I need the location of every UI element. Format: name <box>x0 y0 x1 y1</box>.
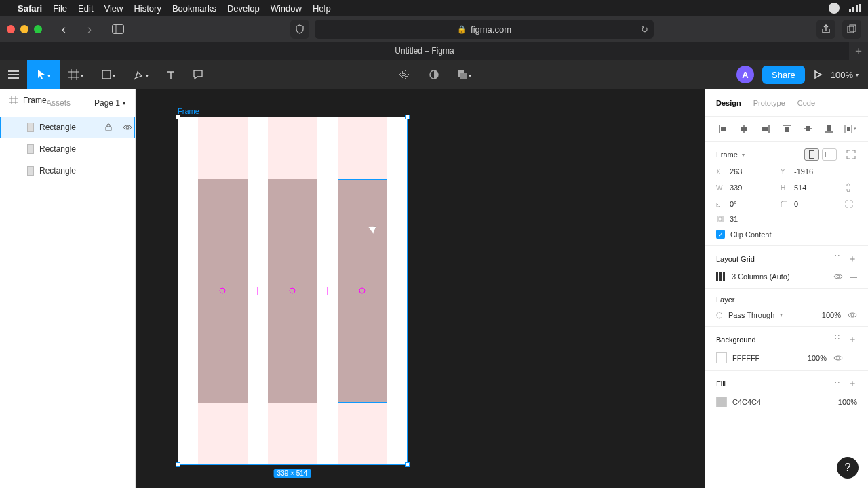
x-input[interactable]: 263 <box>730 167 776 176</box>
align-top-button[interactable] <box>780 122 793 136</box>
mask-tool[interactable] <box>422 63 446 86</box>
resize-handle[interactable] <box>176 462 180 467</box>
orientation-portrait-button[interactable] <box>804 148 819 161</box>
page-selector[interactable]: Page 1 ▾ <box>94 98 125 108</box>
tabs-overview-button[interactable] <box>842 20 861 39</box>
align-vcenter-button[interactable] <box>801 122 814 136</box>
layer-opacity-input[interactable]: 100% <box>822 311 841 319</box>
background-visibility-button[interactable] <box>833 354 843 361</box>
boolean-tool[interactable]: ▾ <box>452 63 475 86</box>
reload-button[interactable]: ↻ <box>641 24 648 35</box>
fill-styles-button[interactable]: ∷ <box>835 378 841 390</box>
blend-mode-select[interactable]: Pass Through <box>728 311 774 319</box>
resize-to-fit-button[interactable] <box>845 148 857 161</box>
frame-name-label[interactable]: Frame <box>178 107 199 115</box>
component-tool[interactable] <box>393 63 416 86</box>
window-close-button[interactable] <box>7 25 15 33</box>
clip-content-checkbox[interactable]: ✓ <box>716 230 725 239</box>
remove-layout-grid-button[interactable]: — <box>850 272 857 281</box>
browser-tab[interactable]: Untitled – Figma <box>0 42 849 60</box>
add-fill-button[interactable]: ＋ <box>848 378 857 390</box>
constrain-proportions-button[interactable] <box>845 182 857 193</box>
user-avatar[interactable]: A <box>736 66 754 83</box>
tab-prototype[interactable]: Prototype <box>753 99 785 107</box>
back-button[interactable]: ‹ <box>54 20 73 39</box>
distribute-button[interactable]: ▾ <box>844 122 857 136</box>
remove-background-button[interactable]: — <box>850 354 857 362</box>
menu-help[interactable]: Help <box>313 3 331 14</box>
present-button[interactable] <box>813 70 823 79</box>
share-button[interactable]: Share <box>762 66 805 84</box>
tab-code[interactable]: Code <box>797 99 815 107</box>
svg-rect-32 <box>827 125 831 131</box>
privacy-report-button[interactable] <box>290 20 309 39</box>
background-hex-input[interactable]: FFFFFF <box>732 354 760 362</box>
menu-bookmarks[interactable]: Bookmarks <box>172 3 216 14</box>
add-background-button[interactable]: ＋ <box>848 333 857 346</box>
rotation-input[interactable]: 0° <box>730 200 776 208</box>
menu-history[interactable]: History <box>134 3 161 14</box>
resize-handle[interactable] <box>176 115 180 119</box>
background-swatch[interactable] <box>716 352 727 363</box>
pen-tool[interactable]: ▾ <box>125 60 157 89</box>
move-tool[interactable]: ▾ <box>27 60 60 89</box>
align-hcenter-button[interactable] <box>737 122 751 136</box>
menu-view[interactable]: View <box>104 3 123 14</box>
layer-rectangle-1[interactable]: Rectangle <box>0 117 135 138</box>
window-controls <box>7 25 42 33</box>
lock-icon[interactable] <box>105 123 117 131</box>
help-button[interactable]: ? <box>837 457 859 479</box>
sidebar-toggle-button[interactable] <box>108 20 127 39</box>
zoom-menu[interactable]: 100% ▾ <box>831 70 859 80</box>
menu-edit[interactable]: Edit <box>78 3 93 14</box>
background-styles-button[interactable]: ∷ <box>835 333 841 346</box>
menu-file[interactable]: File <box>53 3 67 14</box>
orientation-landscape-button[interactable] <box>822 148 837 161</box>
y-input[interactable]: -1916 <box>794 167 841 176</box>
layout-grid-visibility-button[interactable] <box>833 273 843 280</box>
menu-window[interactable]: Window <box>271 3 302 14</box>
fill-opacity-input[interactable]: 100% <box>838 398 857 406</box>
main-menu-button[interactable] <box>0 60 27 89</box>
app-menu[interactable]: Safari <box>18 3 42 14</box>
background-opacity-input[interactable]: 100% <box>808 354 827 362</box>
url-bar[interactable]: 🔒 figma.com ↻ <box>315 20 654 39</box>
layer-rectangle-3[interactable]: Rectangle <box>0 160 135 182</box>
h-input[interactable]: 514 <box>794 184 841 192</box>
independent-corners-button[interactable] <box>845 200 857 208</box>
status-control-icon[interactable] <box>849 4 861 12</box>
align-left-button[interactable] <box>716 122 730 136</box>
new-tab-button[interactable]: ＋ <box>849 44 868 58</box>
gap-input[interactable]: 31 <box>730 215 776 223</box>
text-tool[interactable] <box>157 60 184 89</box>
layer-visibility-button[interactable] <box>848 312 857 319</box>
share-page-button[interactable] <box>816 20 835 39</box>
background-section: Background ∷ ＋ FFFFFF 100% — <box>705 327 868 371</box>
comment-tool[interactable] <box>184 60 212 89</box>
fill-hex-input[interactable]: C4C4C4 <box>732 398 761 406</box>
tab-design[interactable]: Design <box>716 99 741 107</box>
layer-frame[interactable]: Frame <box>0 89 47 111</box>
window-minimize-button[interactable] <box>20 25 28 33</box>
layer-rectangle-2[interactable]: Rectangle <box>0 138 135 160</box>
add-layout-grid-button[interactable]: ＋ <box>848 253 857 265</box>
status-account-icon[interactable] <box>829 3 840 14</box>
frame-type-label[interactable]: Frame <box>716 150 738 159</box>
layout-grid-value[interactable]: 3 Columns (Auto) <box>732 272 790 281</box>
align-bottom-button[interactable] <box>823 122 836 136</box>
fill-swatch[interactable] <box>716 396 727 407</box>
radius-input[interactable]: 0 <box>794 200 841 208</box>
tab-assets[interactable]: Assets <box>46 98 71 108</box>
frame-tool[interactable]: ▾ <box>60 60 92 89</box>
shape-tool[interactable]: ▾ <box>92 60 125 89</box>
w-input[interactable]: 339 <box>730 184 776 192</box>
layout-grid-settings-button[interactable]: ∷ <box>835 253 841 265</box>
visibility-icon[interactable] <box>123 124 135 131</box>
align-right-button[interactable] <box>759 122 772 136</box>
canvas[interactable]: Frame <box>136 89 705 488</box>
menu-develop[interactable]: Develop <box>227 3 260 14</box>
resize-handle[interactable] <box>405 115 410 119</box>
window-zoom-button[interactable] <box>34 25 42 33</box>
forward-button: › <box>80 20 99 39</box>
resize-handle[interactable] <box>405 462 410 467</box>
